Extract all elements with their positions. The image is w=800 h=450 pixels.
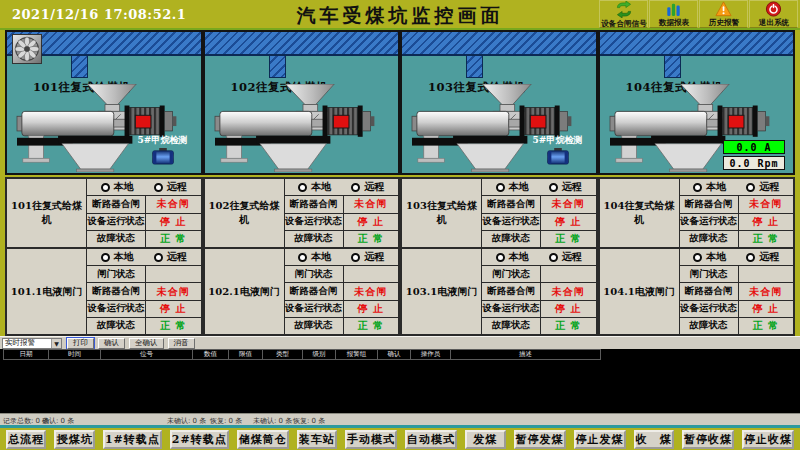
nav-button-send-coal[interactable]: 发煤	[465, 430, 505, 449]
radio-icon	[154, 183, 163, 192]
field-label: 设备运行状态	[285, 214, 344, 230]
exit-system-button[interactable]: 退出系统	[749, 0, 798, 28]
field-label: 故障状态	[482, 318, 541, 334]
device-name: 101.1电液闸门	[7, 249, 87, 334]
field-value: 未合闸	[541, 283, 596, 299]
machine-graphics-row: 101往复式给煤机5#甲烷检测102往复式给煤机103往复式给煤机5#甲烷检测1…	[0, 30, 800, 175]
field-value: 停 止	[739, 301, 794, 317]
column-header: 操作员	[411, 349, 451, 360]
radio-label: 本地	[509, 250, 529, 264]
remote-radio[interactable]: 远程	[351, 250, 384, 264]
methane-sensor-label: 5#甲烷检测	[526, 134, 590, 147]
fan-icon	[12, 34, 42, 64]
device-close-signal-button[interactable]: 设备合闸信号	[599, 0, 648, 28]
ack-all-button[interactable]: 全确认	[129, 338, 164, 349]
field-label: 断路器合闸	[482, 283, 541, 299]
nav-button-pause-send-coal[interactable]: 暂停发煤	[514, 430, 566, 449]
column-header: 级别	[303, 349, 336, 360]
nav-button-overview[interactable]: 总流程	[6, 430, 46, 449]
mute-button[interactable]: 消音	[168, 338, 195, 349]
status-row: 断路器合闸未合闸	[285, 195, 399, 212]
radio-icon	[496, 253, 505, 262]
nav-button-stop-send-coal[interactable]: 停止发煤	[574, 430, 626, 449]
chevron-down-icon: ▼	[51, 339, 61, 348]
field-value	[739, 266, 794, 282]
nav-button-transfer-point-1[interactable]: 1#转载点	[103, 430, 162, 449]
local-radio[interactable]: 本地	[693, 250, 726, 264]
alarm-filter-select[interactable]: 实时报警 ▼	[2, 338, 62, 349]
local-radio[interactable]: 本地	[693, 180, 726, 194]
status-row: 故障状态正 常	[87, 317, 201, 334]
local-radio[interactable]: 本地	[298, 180, 331, 194]
remote-radio[interactable]: 远程	[154, 250, 187, 264]
remote-radio[interactable]: 远程	[549, 180, 582, 194]
history-alarm-button[interactable]: 历史报警	[699, 0, 748, 28]
data-report-button[interactable]: 数据报表	[649, 0, 698, 28]
local-radio[interactable]: 本地	[101, 180, 134, 194]
field-label: 断路器合闸	[285, 283, 344, 299]
remote-radio[interactable]: 远程	[549, 250, 582, 264]
nav-button-transfer-point-2[interactable]: 2#转载点	[170, 430, 229, 449]
nav-button-pause-receive-coal[interactable]: 暂停收煤	[682, 430, 734, 449]
status-column-2: 102往复式给煤机本地远程断路器合闸未合闸设备运行状态停 止故障状态正 常102…	[203, 177, 401, 336]
radio-label: 远程	[562, 180, 582, 194]
local-radio[interactable]: 本地	[496, 250, 529, 264]
radio-icon	[298, 253, 307, 262]
nav-button-auto-mode[interactable]: 自动模式	[405, 430, 457, 449]
field-label: 闸门状态	[680, 266, 739, 282]
field-value: 停 止	[146, 214, 201, 230]
motor-displays: 0.0 A0.0 Rpm	[723, 138, 785, 170]
mode-select-row: 本地远程	[285, 249, 399, 265]
page-title: 汽车受煤坑监控画面	[293, 3, 508, 31]
machine-panel-103: 103往复式给煤机5#甲烷检测	[400, 30, 598, 175]
field-value: 正 常	[146, 231, 201, 247]
status-row: 闸门状态	[482, 265, 596, 282]
field-label: 断路器合闸	[87, 283, 146, 299]
alarm-counter: 确认: 0 条	[42, 416, 74, 426]
nav-button-stop-receive-coal[interactable]: 停止收煤	[742, 430, 794, 449]
print-button[interactable]: 打印	[67, 338, 94, 349]
ack-button[interactable]: 确认	[98, 338, 125, 349]
gate-status-group: 101.1电液闸门本地远程闸门状态断路器合闸未合闸设备运行状态停 止故障状态正 …	[7, 247, 201, 334]
status-row: 故障状态正 常	[285, 317, 399, 334]
ceiling-beam	[600, 32, 794, 56]
radio-label: 远程	[759, 180, 779, 194]
remote-radio[interactable]: 远程	[154, 180, 187, 194]
local-radio[interactable]: 本地	[101, 250, 134, 264]
status-row: 闸门状态	[87, 265, 201, 282]
ceiling-beam	[402, 32, 596, 56]
field-value	[344, 266, 399, 282]
field-label: 断路器合闸	[680, 283, 739, 299]
field-label: 断路器合闸	[285, 196, 344, 212]
field-value: 停 止	[146, 301, 201, 317]
nav-button-coal-pit[interactable]: 授煤坑	[54, 430, 94, 449]
methane-sensor: 5#甲烷检测	[526, 134, 590, 170]
status-row: 断路器合闸未合闸	[680, 195, 794, 212]
local-radio[interactable]: 本地	[298, 250, 331, 264]
device-name: 104往复式给煤机	[600, 179, 680, 247]
radio-label: 本地	[311, 250, 331, 264]
radio-icon	[351, 253, 360, 262]
mode-select-row: 本地远程	[482, 249, 596, 265]
device-name: 101往复式给煤机	[7, 179, 87, 247]
nav-button-loading-station[interactable]: 装车站	[297, 430, 337, 449]
nav-button-manual-mode[interactable]: 手动模式	[345, 430, 397, 449]
column-header: 类型	[263, 349, 303, 360]
field-value: 未合闸	[146, 283, 201, 299]
field-label: 断路器合闸	[87, 196, 146, 212]
column-header: 位号	[101, 349, 193, 360]
radio-icon	[298, 183, 307, 192]
remote-radio[interactable]: 远程	[746, 250, 779, 264]
ceiling-pillar	[466, 56, 483, 78]
nav-button-receive-coal[interactable]: 收 煤	[634, 430, 674, 449]
mode-select-row: 本地远程	[680, 179, 794, 195]
nav-button-coal-silo[interactable]: 储煤筒仓	[237, 430, 289, 449]
feeder-machine-graphic	[213, 84, 393, 172]
remote-radio[interactable]: 远程	[746, 180, 779, 194]
local-radio[interactable]: 本地	[496, 180, 529, 194]
remote-radio[interactable]: 远程	[351, 180, 384, 194]
alarm-counters-line: 记录总数: 0 条确认: 0 条未确认: 0 条恢复: 0 条未确认: 0 条恢…	[0, 413, 800, 425]
alarm-table-header: 日期时间位号数值限值类型级别报警组确认操作员描述	[0, 349, 800, 360]
radio-label: 远程	[759, 250, 779, 264]
alarm-counter: 未确认: 0 条	[253, 416, 292, 426]
